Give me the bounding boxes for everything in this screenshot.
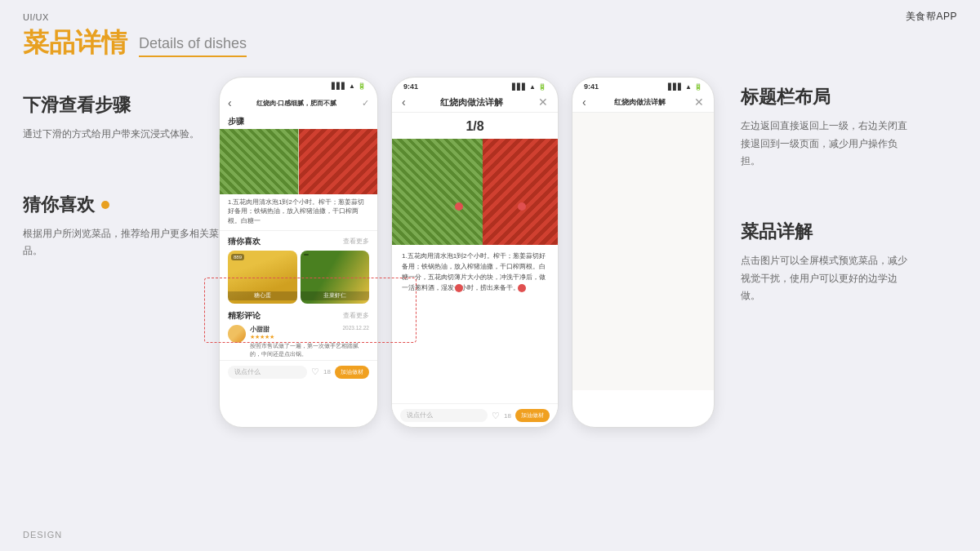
phone1-status-icons: ▋▋▋ ▲ 🔋 <box>332 82 366 90</box>
phone1-comment-stars: ★★★★★ <box>250 334 369 340</box>
phone1-rec1-label: 糖心蛋 <box>228 291 297 300</box>
phone2-like-count: 18 <box>504 412 511 420</box>
phone1-navbar: ‹ 红烧肉·口感细腻，肥而不腻 ✓ <box>220 91 377 113</box>
phone2-step-counter: 1/8 <box>392 113 558 139</box>
phone1-status-bar: ▋▋▋ ▲ 🔋 <box>220 78 377 91</box>
phone2-navbar: ‹ 红烧肉做法详解 ✕ <box>392 92 558 113</box>
phone1-step-img-right <box>299 129 377 194</box>
phone1-step-img-left <box>220 129 298 194</box>
phone2-step-desc: 1.五花肉用清水泡1到2个小时。榨干；葱姜蒜切好备用；铁锅热油，放入榨猪油撒，干… <box>392 245 558 300</box>
phone1-close-icon[interactable]: ✓ <box>362 98 369 109</box>
right-block2-title: 菜品详解 <box>741 220 907 244</box>
phone1-recommend-header: 猜你喜欢 查看更多 <box>220 231 377 251</box>
phone2-close-icon[interactable]: ✕ <box>538 96 548 109</box>
phone1-mockup: ▋▋▋ ▲ 🔋 ‹ 红烧肉·口感细腻，肥而不腻 ✓ 步骤 1.五花肉用清水泡1到… <box>219 77 378 428</box>
phone1-action-btn[interactable]: 加油做材 <box>335 366 369 379</box>
phone1-comment-body: 小甜甜 2023.12.22 ★★★★★ 按照市售试做了一遍，第一次做手艺相踏腻… <box>250 325 369 358</box>
phone1-steps-label: 步骤 <box>220 113 377 129</box>
phone2-nav-title: 红烧肉做法详解 <box>406 96 538 109</box>
phone1-comment-header: 精彩评论 查看更多 <box>228 310 369 322</box>
phone1-rec2-count <box>304 254 309 256</box>
phone2-like-icon[interactable]: ♡ <box>492 411 500 421</box>
phone1-step-image <box>220 129 377 194</box>
phone1-like-icon[interactable]: ♡ <box>311 367 319 377</box>
phone1-rec1-count: 889 <box>231 254 244 260</box>
phone1-comment-section: 精彩评论 查看更多 小甜甜 2023.12.22 ★★★★★ 按照市售试做了一遍… <box>220 309 377 360</box>
phone1-comment-row: 小甜甜 2023.12.22 ★★★★★ 按照市售试做了一遍，第一次做手艺相踏腻… <box>228 325 369 358</box>
page-title-en-wrap: Details of dishes <box>139 35 247 57</box>
phone1-comment-avatar <box>228 325 246 343</box>
phone1-comment-title: 精彩评论 <box>228 310 261 322</box>
phone1-step-desc: 1.五花肉用清水泡1到2个小时。榨干；葱姜蒜切好备用；铁锅热油，放入榨猪油撒，干… <box>220 194 377 231</box>
section2-desc: 根据用户所浏览菜品，推荐给用户更多相关菜品。 <box>23 225 219 260</box>
phone1-recommend-title: 猜你喜欢 <box>228 236 261 247</box>
phone1-rec-card1[interactable]: 889 糖心蛋 <box>228 251 297 304</box>
phone3-nav-title: 红烧肉做法详解 <box>586 97 694 108</box>
bottom-label: DESIGN <box>23 530 62 540</box>
phones-section: ▋▋▋ ▲ 🔋 ‹ 红烧肉·口感细腻，肥而不腻 ✓ 步骤 1.五花肉用清水泡1到… <box>219 69 957 510</box>
phone2-action-bar: 说点什么 ♡ 18 加油做材 <box>392 403 558 427</box>
bottom-bar: DESIGN <box>23 530 62 540</box>
right-block2: 菜品详解 点击图片可以全屏模式预览菜品，减少视觉干扰，使用户可以更好的边学边做。 <box>741 220 907 305</box>
phone3-mockup: 9:41 ▋▋▋ ▲ 🔋 ‹ 红烧肉做法详解 ✕ <box>572 77 715 428</box>
top-bar: UI/UX 美食帮APP <box>0 0 980 24</box>
phone1-recommend-row: 889 糖心蛋 韭菜虾仁 <box>220 251 377 309</box>
phone2-step-image <box>392 139 558 245</box>
phone2-comment-input[interactable]: 说点什么 <box>400 409 488 422</box>
page-header: 菜品详情 Details of dishes <box>0 24 980 57</box>
page-title-cn: 菜品详情 <box>23 29 127 57</box>
phone2-img-right <box>483 139 558 245</box>
phone3-content-area <box>572 113 714 390</box>
left-section: 下滑查看步骤 通过下滑的方式给用户带来沉浸式体验。 猜你喜欢 根据用户所浏览菜品… <box>23 69 219 510</box>
section1-title: 下滑查看步骤 <box>23 93 219 118</box>
right-section: 标题栏布局 左边返回直接返回上一级，右边关闭直接退回到一级页面，减少用户操作负担… <box>728 77 907 325</box>
phone2-time: 9:41 <box>403 82 418 91</box>
phone1-comment-more[interactable]: 查看更多 <box>343 311 369 320</box>
phone1-rec-card2[interactable]: 韭菜虾仁 <box>301 251 370 304</box>
top-bar-right-label: 美食帮APP <box>906 10 957 24</box>
connector-dot3 <box>518 202 526 211</box>
phone1-comment-text: 按照市售试做了一遍，第一次做手艺相踏腻的，中间还是点出锅。 <box>250 342 369 358</box>
phone1-action-bar: 说点什么 ♡ 18 加油做材 <box>220 360 377 384</box>
phone1-comment-username: 小甜甜 <box>250 325 270 334</box>
phone2-status-bar: 9:41 ▋▋▋ ▲ 🔋 <box>392 78 558 92</box>
phone2-action-btn[interactable]: 加油做材 <box>515 409 550 422</box>
phone3-close-icon[interactable]: ✕ <box>694 96 704 109</box>
phone2-mockup: 9:41 ▋▋▋ ▲ 🔋 ‹ 红烧肉做法详解 ✕ 1/8 1.五花肉 <box>391 77 559 428</box>
phone1-comment-date: 2023.12.22 <box>342 325 369 334</box>
connector-dot1 <box>455 202 463 211</box>
section1-desc: 通过下滑的方式给用户带来沉浸式体验。 <box>23 126 219 144</box>
phone1-like-count: 18 <box>323 368 331 375</box>
right-block2-desc: 点击图片可以全屏模式预览菜品，减少视觉干扰，使用户可以更好的边学边做。 <box>741 252 907 305</box>
top-bar-left-label: UI/UX <box>23 12 49 22</box>
right-block1: 标题栏布局 左边返回直接返回上一级，右边关闭直接退回到一级页面，减少用户操作负担… <box>741 85 907 171</box>
phone2-img-left <box>392 139 483 245</box>
phone1-recommend-more[interactable]: 查看更多 <box>343 237 369 246</box>
phone3-navbar: ‹ 红烧肉做法详解 ✕ <box>572 92 714 113</box>
main-content: 下滑查看步骤 通过下滑的方式给用户带来沉浸式体验。 猜你喜欢 根据用户所浏览菜品… <box>0 57 980 510</box>
section2-title: 猜你喜欢 <box>23 193 219 217</box>
phone3-status-bar: 9:41 ▋▋▋ ▲ 🔋 <box>572 78 714 92</box>
phone3-status-icons: ▋▋▋ ▲ 🔋 <box>668 83 702 91</box>
connector-dot2 <box>455 284 463 292</box>
right-block1-desc: 左边返回直接返回上一级，右边关闭直接退回到一级页面，减少用户操作负担。 <box>741 118 907 171</box>
phone1-nav-title: 红烧肉·口感细腻，肥而不腻 <box>232 99 362 108</box>
phone1-comment-name-row: 小甜甜 2023.12.22 <box>250 325 369 334</box>
phone1-comment-input[interactable]: 说点什么 <box>228 366 307 379</box>
dot-icon <box>101 201 109 209</box>
phone2-status-icons: ▋▋▋ ▲ 🔋 <box>512 83 546 91</box>
right-block1-title: 标题栏布局 <box>741 85 907 109</box>
page-title-en: Details of dishes <box>139 35 247 55</box>
phone3-time: 9:41 <box>584 82 599 91</box>
phone1-rec2-label: 韭菜虾仁 <box>301 291 370 300</box>
connector-dot4 <box>518 284 526 292</box>
